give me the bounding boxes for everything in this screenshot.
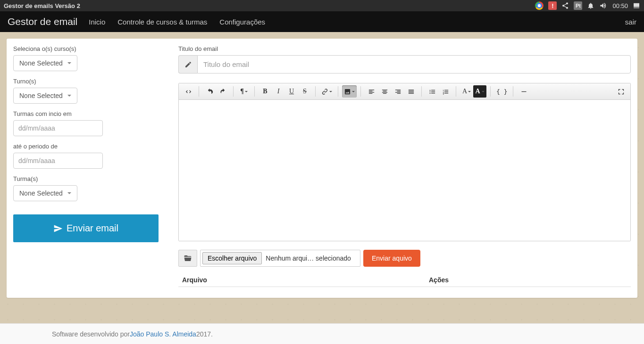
th-arquivo: Arquivo [182, 276, 429, 284]
page-body: Seleciona o(s) curso(s) None Selected Tu… [0, 32, 644, 323]
window-title: Gestor de emails Versão 2 [4, 2, 80, 9]
alert-icon[interactable]: ! [548, 1, 557, 10]
nav-inicio[interactable]: Inicio [89, 18, 105, 26]
folder-icon [178, 250, 197, 267]
dropdown-classes[interactable]: None Selected [13, 185, 77, 201]
file-picker: Escolher arquivo Nenhum arqui… seleciona… [200, 250, 360, 267]
rich-editor: ¶ B I U S [178, 83, 631, 241]
tb-align-justify-icon[interactable] [404, 85, 418, 98]
dropdown-courses[interactable]: None Selected [13, 55, 77, 71]
tb-underline-icon[interactable]: U [285, 85, 298, 98]
brand[interactable]: Gestor de email [8, 16, 77, 27]
paper-plane-icon [53, 224, 63, 233]
nav-cursos[interactable]: Controle de cursos & turmas [117, 18, 207, 26]
tb-align-right-icon[interactable] [391, 85, 404, 98]
footer-author-link[interactable]: João Paulo S. Almeida [130, 330, 196, 338]
footer-prefix: Software desenvolvido por [52, 330, 130, 338]
label-shifts: Turno(s) [13, 78, 164, 85]
app-nav: Gestor de email Inicio Controle de curso… [0, 11, 644, 32]
dropdown-classes-value: None Selected [19, 189, 63, 197]
choose-file-button[interactable]: Escolher arquivo [202, 252, 262, 264]
attachments-table-header: Arquivo Ações [178, 273, 631, 287]
label-start-date: Turmas com incio em [13, 110, 164, 117]
chevron-down-icon [67, 192, 71, 194]
tb-list-ul-icon[interactable] [426, 85, 439, 98]
label-classes: Turma(s) [13, 175, 164, 182]
tb-font-color-icon[interactable]: A [460, 85, 473, 98]
tb-italic-icon[interactable]: I [272, 85, 285, 98]
nav-config[interactable]: Configurações [219, 18, 265, 26]
language-indicator[interactable]: Pt [574, 1, 582, 10]
tb-link-icon[interactable] [319, 85, 334, 98]
monitor-icon[interactable] [633, 1, 640, 10]
send-email-label: Enviar email [67, 223, 118, 234]
footer: Software desenvolvido por João Paulo S. … [0, 323, 644, 344]
dropdown-courses-value: None Selected [19, 59, 63, 67]
tb-bg-color-icon[interactable]: A [473, 85, 486, 98]
label-email-title: Titulo do email [178, 45, 631, 52]
tb-strike-icon[interactable]: S [298, 85, 311, 98]
sidebar-form: Seleciona o(s) curso(s) None Selected Tu… [13, 45, 164, 291]
input-start-date[interactable] [13, 120, 103, 136]
dropdown-shifts[interactable]: None Selected [13, 88, 77, 104]
tb-undo-icon[interactable] [203, 85, 216, 98]
main-column: Titulo do email [178, 45, 631, 291]
os-top-bar: Gestor de emails Versão 2 ! Pt 00:50 [0, 0, 644, 11]
volume-icon[interactable] [599, 1, 608, 10]
chevron-down-icon [67, 62, 71, 64]
tb-fullscreen-icon[interactable] [614, 85, 627, 98]
chevron-down-icon [67, 95, 71, 97]
tb-image-icon[interactable] [342, 85, 357, 98]
chrome-icon[interactable] [535, 1, 544, 10]
tb-code-icon[interactable] [182, 85, 195, 98]
tb-redo-icon[interactable] [216, 85, 229, 98]
tb-align-center-icon[interactable] [378, 85, 391, 98]
nav-logout[interactable]: sair [625, 18, 636, 26]
label-end-date: até o periodo de [13, 143, 164, 150]
main-panel: Seleciona o(s) curso(s) None Selected Tu… [7, 39, 637, 298]
input-email-title[interactable] [197, 55, 631, 74]
system-tray: ! Pt 00:50 [535, 1, 640, 10]
dropdown-shifts-value: None Selected [19, 92, 63, 99]
clock[interactable]: 00:50 [612, 1, 628, 10]
th-acoes: Ações [429, 276, 627, 284]
tb-paragraph-icon[interactable]: ¶ [237, 85, 251, 98]
footer-suffix: 2017. [196, 330, 213, 338]
bell-icon[interactable] [587, 1, 594, 10]
tb-hr-icon[interactable] [517, 85, 530, 98]
editor-body[interactable] [179, 100, 630, 241]
tb-bold-icon[interactable]: B [259, 85, 272, 98]
editor-toolbar: ¶ B I U S [179, 83, 630, 100]
share-icon[interactable] [561, 1, 569, 10]
label-select-courses: Seleciona o(s) curso(s) [13, 45, 164, 52]
input-end-date[interactable] [13, 153, 103, 169]
send-email-button[interactable]: Enviar email [13, 214, 159, 242]
file-status-text: Nenhum arqui… selecionado [266, 254, 351, 262]
pencil-icon [178, 55, 197, 74]
tb-braces-icon[interactable]: { } [494, 85, 509, 98]
tb-list-ol-icon[interactable] [439, 85, 452, 98]
send-file-button[interactable]: Enviar aquivo [363, 250, 420, 267]
tb-align-left-icon[interactable] [365, 85, 378, 98]
